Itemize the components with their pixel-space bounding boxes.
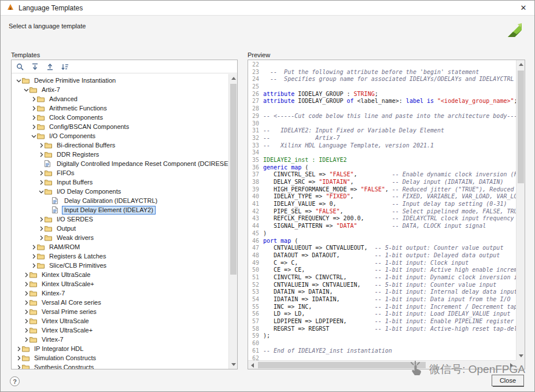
chevron-right-icon[interactable] [15, 346, 22, 352]
chevron-down-icon[interactable] [15, 78, 22, 83]
chevron-right-icon[interactable] [38, 180, 45, 185]
tree-item[interactable]: Arithmetic Functions [12, 103, 228, 113]
preview-vertical-scrollbar[interactable] [516, 60, 525, 360]
tree-item[interactable]: Bi-directional Buffers [12, 140, 228, 150]
tree-item[interactable]: Kintex UltraScale [12, 270, 228, 279]
line-number: 44 [248, 223, 259, 230]
tree-item[interactable]: Clock Components [12, 113, 228, 122]
tree-item[interactable]: Virtex-7 [12, 335, 228, 344]
tree-item[interactable]: Output [12, 224, 228, 233]
templates-scrollbar[interactable] [228, 74, 237, 369]
chevron-right-icon[interactable] [30, 263, 37, 268]
tree-item[interactable]: Kintex-7 [12, 289, 228, 298]
scroll-down-icon[interactable] [516, 352, 525, 360]
code-line: -- End of IDELAYE2_inst instantiation [263, 347, 516, 355]
tree-item[interactable]: Kintex UltraScale+ [12, 279, 228, 289]
chevron-right-icon[interactable] [23, 328, 29, 333]
chevron-right-icon[interactable] [38, 235, 45, 241]
chevron-right-icon[interactable] [23, 319, 29, 324]
tree-item[interactable]: Device Primitive Instantiation [12, 76, 228, 85]
scroll-up-icon[interactable] [516, 60, 525, 69]
chevron-right-icon[interactable] [23, 272, 29, 278]
line-number: 37 [248, 171, 259, 179]
chevron-right-icon[interactable] [23, 291, 29, 296]
tree-item[interactable]: Virtex UltraScale [12, 316, 228, 326]
code-line: generic map ( [263, 164, 516, 172]
chevron-down-icon[interactable] [38, 189, 45, 194]
preview-hscroll-thumb[interactable] [258, 362, 426, 368]
tree-item[interactable]: Versal AI Core series [12, 298, 228, 307]
templates-toolbar [12, 60, 237, 73]
expand-all-icon[interactable] [30, 62, 39, 71]
tree-item[interactable]: Config/BSCAN Components [12, 122, 228, 131]
tree-item[interactable]: IP Integrator HDL [12, 344, 228, 353]
tree-item-label: I/O SERDES [54, 215, 95, 224]
folder-icon [22, 355, 32, 361]
doc-icon [45, 160, 54, 167]
tree-item[interactable]: I/O SERDES [12, 215, 228, 224]
tree-item-label: Registers & Latches [47, 252, 108, 261]
tree-item[interactable]: Advanced [12, 94, 228, 103]
chevron-right-icon[interactable] [15, 365, 22, 369]
tree-item[interactable]: Simulation Constructs [12, 353, 228, 363]
chevron-right-icon[interactable] [30, 254, 37, 259]
chevron-right-icon[interactable] [23, 309, 29, 315]
folder-icon [29, 87, 39, 93]
tree-item-label: Versal AI Core series [39, 298, 104, 307]
window-close-icon[interactable]: ✕ [518, 3, 529, 12]
tree-item[interactable]: DDR Registers [12, 150, 228, 159]
tree-item-label: Arithmetic Functions [47, 104, 109, 113]
tree-item-label: RAM/ROM [47, 243, 82, 252]
search-icon[interactable] [15, 62, 24, 71]
code-editor[interactable]: 2223242526272829303132333435363738394041… [248, 60, 516, 360]
chevron-right-icon[interactable] [38, 226, 45, 231]
tree-item[interactable]: FIFOs [12, 168, 228, 177]
chevron-down-icon[interactable] [23, 87, 29, 93]
chevron-right-icon[interactable] [38, 152, 45, 157]
tree-item[interactable]: RAM/ROM [12, 242, 228, 252]
scroll-left-icon[interactable] [248, 361, 257, 369]
tree-item[interactable]: Versal Prime series [12, 307, 228, 316]
chevron-down-icon[interactable] [30, 134, 37, 139]
line-number: 22 [248, 61, 259, 69]
tree-item[interactable]: I/O Delay Components [12, 187, 228, 196]
tree-item[interactable]: Input Delay Element (IDELAY2) [12, 205, 228, 215]
folder-icon [29, 309, 39, 315]
tree-item[interactable]: Synthesis Constructs [12, 363, 228, 369]
chevron-right-icon[interactable] [15, 356, 22, 361]
tree-item[interactable]: Weak drivers [12, 233, 228, 242]
chevron-right-icon[interactable] [30, 245, 37, 250]
templates-scrollbar-thumb[interactable] [230, 84, 237, 275]
line-number: 36 [248, 164, 259, 172]
help-button[interactable]: ? [10, 376, 20, 386]
tree-item[interactable]: Digitally Controlled Impedance Reset Com… [12, 159, 228, 168]
chevron-right-icon[interactable] [38, 171, 45, 176]
tree-item[interactable]: Virtex UltraScale+ [12, 326, 228, 335]
chevron-right-icon[interactable] [23, 282, 29, 287]
tree-item[interactable]: Input Buffers [12, 177, 228, 187]
chevron-right-icon[interactable] [23, 300, 29, 305]
preview-vscroll-thumb[interactable] [518, 71, 524, 183]
collapse-all-icon[interactable] [45, 62, 54, 71]
chevron-right-icon[interactable] [30, 124, 37, 130]
chevron-right-icon[interactable] [30, 106, 37, 111]
scroll-up-icon[interactable] [229, 74, 238, 83]
chevron-right-icon[interactable] [23, 337, 29, 342]
chevron-right-icon[interactable] [30, 97, 37, 102]
code-line: INC => INC, -- 1-bit input: Increment / … [263, 304, 516, 311]
chevron-right-icon[interactable] [38, 217, 45, 222]
chevron-right-icon[interactable] [30, 115, 37, 120]
tree-item-label: Delay Calibration (IDELAYCTRL) [62, 197, 160, 205]
line-number: 31 [248, 127, 259, 135]
line-number: 25 [248, 83, 259, 91]
tree-item[interactable]: Slice/CLB Primitives [12, 261, 228, 270]
chevron-right-icon[interactable] [38, 143, 45, 148]
scroll-down-icon[interactable] [229, 360, 238, 369]
tree-item[interactable]: Registers & Latches [12, 252, 228, 261]
tree-item-label: Virtex UltraScale [39, 317, 91, 326]
sort-icon[interactable] [60, 62, 69, 71]
tree-item[interactable]: Artix-7 [12, 85, 228, 94]
code-line: -- Xilinx HDL Language Template, version… [263, 142, 516, 150]
tree-item[interactable]: I/O Components [12, 131, 228, 140]
tree-item[interactable]: Delay Calibration (IDELAYCTRL) [12, 196, 228, 205]
